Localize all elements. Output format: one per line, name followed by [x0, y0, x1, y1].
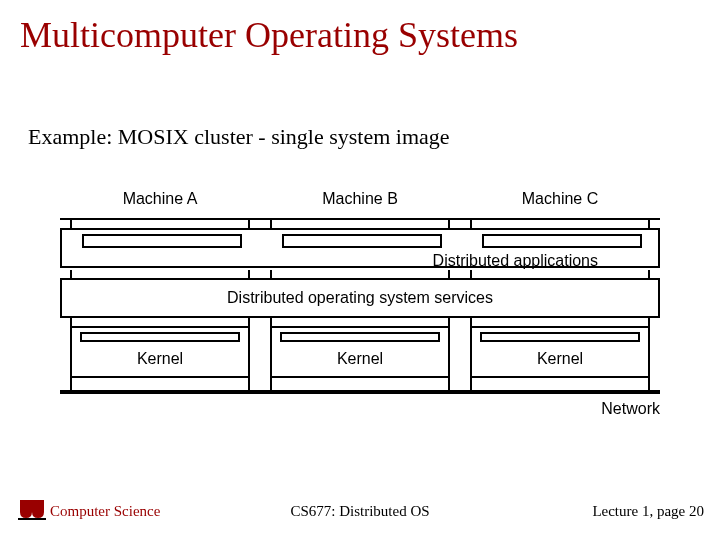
- machine-c-label: Machine C: [480, 190, 640, 208]
- slide-title: Multicomputer Operating Systems: [20, 14, 518, 56]
- distributed-apps-band: Distributed applications: [60, 228, 660, 268]
- net-stub-b: [270, 378, 450, 390]
- stub-top-b: [270, 220, 450, 228]
- app-box-a: [82, 234, 242, 248]
- network-line: [60, 390, 660, 394]
- network-label: Network: [601, 400, 660, 418]
- distributed-os-label: Distributed operating system services: [227, 289, 493, 306]
- kernel-label-a: Kernel: [72, 350, 248, 368]
- kernel-label-b: Kernel: [272, 350, 448, 368]
- machine-a-label: Machine A: [80, 190, 240, 208]
- kernel-box-a: Kernel: [70, 326, 250, 378]
- slide-subtitle: Example: MOSIX cluster - single system i…: [28, 124, 450, 150]
- architecture-diagram: Machine A Machine B Machine C Distribute…: [60, 190, 660, 450]
- kernel-inner-c: [480, 332, 640, 342]
- stub-top-a: [70, 220, 250, 228]
- net-stub-a: [70, 378, 250, 390]
- stub-top-c: [470, 220, 650, 228]
- stub-under-dos-c: [470, 318, 650, 326]
- footer-pagenum: Lecture 1, page 20: [592, 503, 704, 520]
- kernel-box-c: Kernel: [470, 326, 650, 378]
- slide-footer: Computer Science CS677: Distributed OS L…: [0, 492, 720, 522]
- kernel-label-c: Kernel: [472, 350, 648, 368]
- stub-under-dos-a: [70, 318, 250, 326]
- machine-b-label: Machine B: [280, 190, 440, 208]
- kernel-inner-b: [280, 332, 440, 342]
- net-stub-c: [470, 378, 650, 390]
- stub-under-dos-b: [270, 318, 450, 326]
- kernel-inner-a: [80, 332, 240, 342]
- lecture-slide: Multicomputer Operating Systems Example:…: [0, 0, 720, 540]
- kernel-box-b: Kernel: [270, 326, 450, 378]
- app-box-b: [282, 234, 442, 248]
- distributed-os-band: Distributed operating system services: [60, 278, 660, 318]
